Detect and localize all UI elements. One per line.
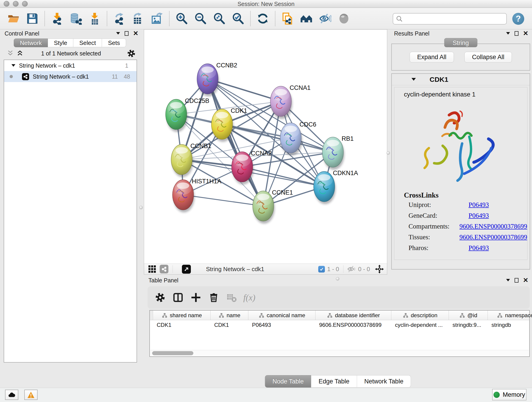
show-columns-icon[interactable] [173,292,183,303]
tab-network[interactable]: Network [14,38,48,47]
node-label: CDK1 [231,107,247,114]
search-icon [396,15,403,22]
table-cell[interactable]: stringdb [488,322,532,328]
table-horizontal-scrollbar[interactable] [150,350,529,356]
zoom-in-button[interactable] [175,12,188,25]
table-cell[interactable]: cyclin-dependent ... [391,322,449,328]
export-image-button[interactable] [150,12,164,25]
panel-float-icon[interactable] [125,31,128,36]
network-options-gear-icon[interactable] [127,49,136,58]
gene-section-header[interactable]: CDK1 [392,74,530,85]
window-minimize-button[interactable] [13,1,19,7]
network-tree-root-row[interactable]: String Network – cdk1 1 [4,60,137,71]
column-header[interactable]: description [391,311,449,320]
refresh-view-button[interactable] [256,12,269,25]
delete-column-trash-icon[interactable] [209,292,219,303]
tab-select[interactable]: Select [73,38,102,47]
tab-network-table[interactable]: Network Table [357,375,411,388]
network-canvas[interactable]: CCNB2CCNA1CDC25BCDK1CDC6RB1CCNB1CCNA2CDK… [144,30,387,264]
open-in-string-icon[interactable] [182,265,191,274]
window-zoom-button[interactable] [22,1,28,7]
table-cell[interactable]: CDK1 [153,322,210,328]
zoom-out-button[interactable] [194,12,207,25]
tab-node-table[interactable]: Node Table [265,375,311,388]
node-label: CDC6 [299,121,317,128]
create-column-plus-icon[interactable] [191,292,201,303]
crosslink-value[interactable]: P06493 [469,201,489,209]
show-all-button[interactable] [337,12,351,25]
import-network-file-button[interactable] [51,12,64,25]
show-grid-icon[interactable] [148,265,157,274]
column-header[interactable]: canonical name [248,311,316,320]
export-table-button[interactable] [132,12,145,25]
crosslink-value[interactable]: P06493 [469,212,489,219]
crosslink-row: Compartments:9606.ENSP00000378699 [409,221,527,232]
crosslink-value[interactable]: 9606.ENSP00000378699 [459,223,527,230]
tab-sets[interactable]: Sets [102,38,126,47]
export-network-button[interactable] [113,12,126,25]
hide-selected-button[interactable] [318,12,332,25]
search-box [393,13,507,25]
column-header[interactable]: @id [449,311,488,320]
splitter-handle[interactable] [336,277,339,281]
memory-button[interactable]: Memory [492,389,526,400]
string-view-icon[interactable] [160,265,168,274]
table-cell[interactable]: CDK1 [210,322,248,328]
crosslink-value[interactable]: P06493 [469,244,489,252]
network-collection-count: 1 [125,62,128,69]
node-label: CCNA1 [290,84,311,91]
panel-close-icon[interactable]: ✕ [133,30,138,37]
column-header[interactable]: name [210,311,248,320]
tree-caret-icon[interactable] [12,64,15,67]
new-network-from-selection-button[interactable] [281,12,294,25]
first-neighbors-button[interactable] [300,12,313,25]
collapse-all-button[interactable]: Collapse All [464,52,512,63]
navigator-crosshair-icon[interactable] [375,265,384,274]
splitter-handle[interactable] [386,151,390,155]
panel-float-icon[interactable] [515,31,519,36]
tab-style[interactable]: Style [48,38,73,47]
search-input[interactable] [403,15,506,22]
splitter-handle[interactable] [139,206,143,209]
network-tree-row-selected[interactable]: String Network – cdk1 11 48 [4,71,137,82]
table-options-gear-icon[interactable] [155,292,165,303]
panel-close-icon[interactable]: ✕ [523,30,528,37]
status-bar: Memory [0,388,532,402]
open-session-button[interactable] [7,12,20,25]
save-session-button[interactable] [26,12,39,25]
toolbar-separator [169,11,170,26]
tab-edge-table[interactable]: Edge Table [311,375,357,388]
table-row[interactable]: CDK1CDK1P064939606.ENSP00000378699cyclin… [150,320,529,330]
column-header[interactable]: database identifier [316,311,391,320]
zoom-fit-button[interactable] [213,12,226,25]
panel-collapse-icon[interactable] [506,279,510,282]
column-header[interactable]: namespace [488,311,532,320]
cloud-status-button[interactable] [5,390,18,400]
expand-all-button[interactable]: Expand All [410,52,454,63]
column-header[interactable]: shared name [153,311,210,320]
hidden-eye-slash-icon [347,265,356,274]
window-close-button[interactable] [4,1,9,7]
crosslink-value[interactable]: 9606.ENSP00000378699 [459,233,527,241]
crosslinks-heading: CrossLinks [404,191,527,199]
tab-string[interactable]: String [444,38,477,47]
table-tabs: Node TableEdge TableNetwork Table [265,375,411,388]
help-button[interactable]: ? [512,13,524,25]
panel-collapse-icon[interactable] [116,32,120,35]
crosslink-row: Uniprot:P06493 [409,199,527,210]
selected-checkbox-icon[interactable] [318,266,325,273]
table-cell[interactable]: P06493 [248,322,316,328]
warnings-button[interactable] [24,390,38,400]
section-caret-icon[interactable] [412,78,416,81]
scrollbar-thumb[interactable] [152,351,193,355]
table-cell[interactable]: stringdb:9... [449,322,488,328]
import-network-database-button[interactable] [69,12,82,25]
import-table-button[interactable] [88,12,101,25]
window-titlebar: Session: New Session [0,0,532,8]
table-cell[interactable]: 9606.ENSP00000378699 [316,322,391,328]
panel-close-icon[interactable]: ✕ [523,277,528,283]
node-label: CDKN1A [333,170,358,177]
panel-collapse-icon[interactable] [506,32,510,35]
panel-float-icon[interactable] [515,278,519,283]
zoom-selected-button[interactable] [231,12,245,25]
